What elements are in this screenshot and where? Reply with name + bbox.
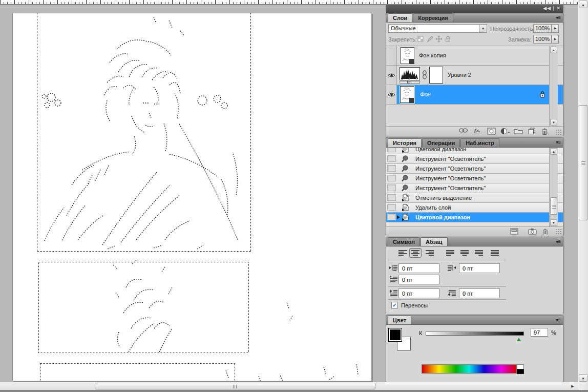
panel-menu-icon[interactable]: ▾≡ [556, 15, 560, 20]
lock-paint-icon[interactable] [426, 35, 433, 43]
visibility-toggle[interactable] [386, 66, 397, 85]
tab-tool-presets[interactable]: Наб.инстр [460, 138, 499, 147]
scroll-up-icon[interactable]: ▲ [579, 1, 587, 8]
tab-history[interactable]: История [388, 138, 422, 147]
add-mask-icon[interactable] [487, 128, 496, 135]
fill-spinner[interactable]: ▶ [552, 35, 559, 44]
history-state[interactable]: Удалить слой [386, 203, 563, 213]
fill-value[interactable]: 100% [533, 35, 552, 44]
spectrum-black-swatch[interactable] [517, 369, 524, 374]
tab-adjustments[interactable]: Коррекция [413, 13, 453, 22]
history-state-selected[interactable]: Цветовой диапазон [386, 213, 563, 222]
layer-row-fon-selected[interactable]: Фон [386, 85, 563, 105]
scrollbar-thumb[interactable] [550, 197, 557, 215]
new-group-icon[interactable] [514, 128, 523, 134]
history-source-well[interactable] [387, 194, 396, 201]
justify-last-center-button[interactable] [458, 248, 471, 258]
layer-thumbnail[interactable] [401, 47, 414, 64]
layer-mask-thumbnail[interactable] [429, 67, 443, 84]
align-center-button[interactable] [409, 248, 422, 258]
history-state[interactable]: Инструмент "Осветлитель" [386, 164, 563, 174]
history-source-well[interactable] [387, 155, 396, 162]
lock-icon [539, 91, 545, 98]
visibility-toggle[interactable] [386, 85, 397, 104]
scroll-right-icon[interactable]: ▶ [569, 383, 577, 389]
tab-paragraph[interactable]: Абзац [421, 237, 448, 246]
layer-name[interactable]: Фон копия [419, 52, 446, 58]
foreground-color-swatch[interactable] [388, 328, 402, 342]
lock-all-icon[interactable] [445, 35, 451, 43]
scroll-up-icon[interactable]: ▲ [550, 47, 557, 53]
tab-color[interactable]: Цвет [388, 316, 411, 324]
blend-mode-select[interactable]: Обычные [388, 24, 479, 33]
panel-resize-grip[interactable] [556, 229, 562, 235]
close-panel-button[interactable]: ✕ [556, 6, 561, 11]
visibility-toggle[interactable] [386, 46, 397, 65]
history-state[interactable]: Инструмент "Осветлитель" [386, 183, 563, 193]
layer-row-fon-kopiya[interactable]: Фон копия [386, 46, 563, 66]
scroll-up-icon[interactable]: ▲ [550, 148, 557, 155]
left-indent-input[interactable] [398, 263, 439, 273]
panel-menu-icon[interactable]: ▾≡ [556, 139, 560, 145]
history-source-well[interactable] [387, 204, 396, 211]
tab-layers[interactable]: Слои [388, 13, 412, 22]
scroll-down-icon[interactable]: ▼ [550, 119, 557, 126]
align-right-button[interactable] [424, 248, 436, 258]
blend-mode-dropdown-icon[interactable]: ▼ [479, 24, 487, 33]
tab-character[interactable]: Символ [388, 237, 420, 246]
align-left-button[interactable] [396, 248, 409, 258]
history-state[interactable]: Инструмент "Осветлитель" [386, 154, 563, 164]
tab-actions[interactable]: Операции [422, 138, 460, 147]
history-source-well[interactable] [387, 165, 396, 172]
layer-row-urovni-2[interactable]: Уровни 2 [386, 66, 563, 85]
history-source-well[interactable] [387, 175, 396, 181]
layer-style-fx-icon[interactable]: fx. [474, 127, 480, 133]
new-layer-icon[interactable] [528, 128, 536, 135]
panel-menu-icon[interactable]: ▾≡ [556, 317, 560, 323]
delete-state-icon[interactable] [542, 228, 549, 236]
scroll-down-icon[interactable]: ▼ [579, 374, 587, 382]
k-slider-marker[interactable] [517, 336, 521, 341]
color-spectrum-ramp[interactable] [422, 364, 517, 374]
history-source-well[interactable] [387, 184, 396, 191]
history-scrollbar[interactable]: ▲ ▼ [549, 148, 558, 226]
opacity-spinner[interactable]: ▶ [552, 24, 559, 33]
scrollbar-thumb[interactable] [579, 105, 587, 220]
delete-layer-icon[interactable] [541, 128, 548, 135]
layer-thumbnail[interactable] [400, 86, 414, 103]
layer-name[interactable]: Уровни 2 [448, 72, 471, 78]
history-state[interactable]: Цветовой диапазон [386, 148, 563, 154]
new-adjustment-layer-icon[interactable] [500, 128, 510, 135]
new-snapshot-camera-icon[interactable] [528, 228, 537, 235]
space-after-input[interactable] [459, 288, 500, 298]
layer-name[interactable]: Фон [420, 91, 431, 97]
justify-last-left-button[interactable] [444, 248, 456, 258]
k-value-input[interactable] [531, 328, 548, 337]
collapse-panels-button[interactable]: ◀◀ [543, 6, 551, 11]
document-canvas[interactable] [12, 13, 372, 381]
lock-move-icon[interactable] [435, 35, 443, 43]
panel-resize-grip[interactable] [556, 129, 562, 135]
lock-transparency-icon[interactable] [417, 35, 424, 43]
first-line-indent-input[interactable] [398, 275, 439, 284]
opacity-value[interactable]: 100% [533, 24, 552, 33]
new-document-from-state-icon[interactable] [510, 228, 518, 235]
hyphenate-checkbox[interactable]: ✓ [391, 302, 398, 308]
canvas-horizontal-scrollbar[interactable]: ▶ [0, 382, 578, 390]
k-slider-track[interactable] [426, 332, 524, 336]
scrollbar-thumb[interactable] [95, 383, 375, 389]
link-layers-icon[interactable] [458, 128, 468, 133]
justify-last-right-button[interactable] [473, 248, 485, 258]
scroll-down-icon[interactable]: ▼ [550, 219, 557, 226]
justify-all-button[interactable] [489, 248, 501, 258]
history-source-well[interactable] [387, 148, 396, 152]
panel-menu-icon[interactable]: ▾≡ [556, 239, 560, 244]
space-before-input[interactable] [398, 288, 439, 298]
history-state[interactable]: Отменить выделение [386, 193, 563, 203]
history-source-well[interactable] [387, 214, 396, 220]
levels-adjustment-thumbnail[interactable] [400, 67, 420, 80]
history-state[interactable]: Инструмент "Осветлитель" [386, 174, 563, 183]
layers-scrollbar[interactable]: ▲ ▼ [549, 46, 558, 126]
canvas-vertical-scrollbar[interactable]: ▲ ▼ [578, 0, 588, 392]
right-indent-input[interactable] [459, 263, 500, 273]
